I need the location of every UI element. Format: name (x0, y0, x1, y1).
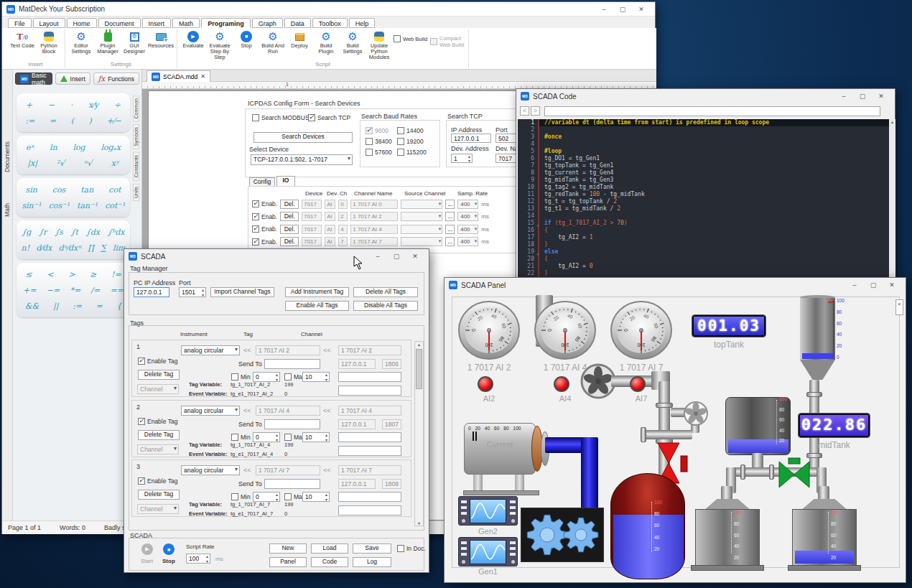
math-symbol[interactable]: eˣ (26, 143, 34, 152)
source-channel-combo[interactable] (401, 200, 442, 209)
instrument-combo[interactable]: analog circular (181, 465, 240, 475)
code-line[interactable]: 6 tg_DO1 = tg_Gen1 (518, 155, 889, 162)
channel-name-field[interactable]: 1 7017 AI 4 (350, 225, 398, 234)
channel-name-field[interactable]: 1 7017 AI 2 (350, 212, 398, 221)
min-spinner[interactable]: 0 (253, 492, 280, 502)
baud-115200-checkbox[interactable]: 115200 (397, 149, 427, 156)
row-ip-field[interactable]: 127.0.0.1 (338, 479, 376, 489)
row-port-field[interactable]: 1806 (382, 359, 401, 369)
text-code-button[interactable]: T/0Text Code (10, 29, 34, 49)
sidebar-tab-documents[interactable]: Documents (4, 141, 11, 172)
main-titlebar[interactable]: MD MatDeck Your Subscription – ▢ ✕ (2, 2, 655, 17)
deploy-button[interactable]: Deploy (287, 29, 312, 49)
math-symbol[interactable]: += (23, 286, 36, 295)
code-line[interactable]: 3 #once (518, 134, 889, 141)
device-field[interactable]: 7017 (302, 225, 322, 234)
enable-tag-checkbox[interactable]: Enable Tag (138, 477, 177, 485)
ch-type-field[interactable]: AI (325, 225, 335, 234)
math-symbol[interactable]: ( (71, 116, 74, 126)
math-symbol[interactable]: != (111, 270, 121, 279)
enab-checkbox[interactable]: Enab. (252, 238, 277, 246)
browse-button[interactable]: ... (445, 212, 455, 221)
channel-combo[interactable]: Channel (137, 504, 179, 514)
code-line[interactable]: 8 tg_current = tg_Gen4 (518, 169, 889, 177)
select-device-combo[interactable]: TCP-127.0.0.1:502, 1-7017 (251, 154, 353, 165)
ch-type-field[interactable]: AI (325, 237, 335, 246)
tab-basic-math[interactable]: MDBasic math (15, 73, 52, 85)
channel-combo[interactable]: Channel (137, 444, 179, 454)
channel-name-field[interactable]: 1 7017 AI 0 (350, 200, 398, 209)
ribbon-tab-file[interactable]: File (8, 18, 32, 28)
build-and-run-button[interactable]: ⚙Build And Run (261, 29, 285, 55)
ch-num-field[interactable]: 7 (338, 237, 348, 246)
close-icon[interactable]: ✕ (632, 6, 651, 13)
tag-field[interactable]: 1 7017 AI 7 (256, 465, 320, 475)
minimize-icon[interactable]: – (595, 6, 613, 13)
maximize-icon[interactable]: ▢ (864, 281, 883, 289)
min-checkbox[interactable]: Min (231, 373, 251, 381)
minimize-icon[interactable]: – (368, 253, 387, 260)
min-checkbox[interactable]: Min (231, 434, 251, 441)
maximize-icon[interactable]: ▢ (387, 253, 406, 260)
math-side-tab-constants[interactable]: Constants (133, 152, 139, 181)
close-icon[interactable]: ✕ (872, 93, 890, 100)
build-settings-button[interactable]: ⚙Build Settings (340, 29, 365, 55)
channel-name-field[interactable]: 1 7017 AI 7 (350, 237, 398, 246)
nav-back-button[interactable]: < (520, 106, 529, 116)
math-symbol[interactable]: d⁄dx (36, 243, 52, 253)
new-button[interactable]: New (269, 543, 307, 554)
math-symbol[interactable]: ln (50, 143, 57, 152)
code-path-bar[interactable] (544, 106, 880, 116)
ribbon-tab-document[interactable]: Document (98, 18, 141, 28)
in-doc-checkbox[interactable]: In Doc. (397, 545, 426, 552)
math-symbol[interactable]: := (25, 116, 34, 126)
code-line[interactable]: 1 //variable dt (delta time from start) … (518, 119, 889, 126)
math-symbol[interactable]: −= (47, 286, 60, 295)
samp-rate-combo[interactable]: 400 (457, 212, 478, 221)
samp-rate-combo[interactable]: 400 (457, 237, 478, 246)
code-line[interactable]: 15◢ if (tg_1_7017_AI_2 > 70) (518, 220, 889, 227)
math-symbol[interactable]: n! (22, 243, 30, 253)
code-line[interactable]: 9 tg_midTank = tg_Gen3 (518, 177, 889, 184)
pc-ip-field[interactable]: 127.0.0.1 (134, 287, 169, 297)
tag-field[interactable]: 1 7017 AI 2 (256, 345, 320, 355)
math-symbol[interactable]: +⁄− (106, 116, 121, 126)
build-plugin-button[interactable]: ⚙Build Plugin (314, 29, 338, 55)
code-line[interactable]: 11 tg_redTank = 100 - tg_midTank (518, 191, 889, 198)
row-ip-field[interactable]: 127.0.0.1 (338, 359, 376, 369)
math-symbol[interactable]: > (68, 270, 75, 279)
code-line[interactable]: 12 tg_t = tg_topTank / 2 (518, 198, 889, 205)
math-symbol[interactable]: tan⁻¹ (77, 201, 97, 210)
maximize-icon[interactable]: ▢ (853, 93, 872, 100)
math-symbol[interactable]: cos⁻¹ (49, 201, 70, 210)
tags-scrollbar[interactable]: ▴▾ (414, 341, 424, 526)
math-symbol[interactable]: ∫r (39, 228, 47, 237)
code-button[interactable]: Code (311, 557, 348, 567)
channel-field[interactable]: 1 7017 AI 7 (338, 465, 401, 475)
math-symbol[interactable]: ∫t (71, 228, 78, 237)
del-button[interactable]: Del. (280, 212, 299, 221)
enable-tag-checkbox[interactable]: Enable Tag (138, 418, 177, 425)
source-channel-combo[interactable] (401, 237, 442, 246)
extra-field-2[interactable] (338, 386, 401, 396)
samp-rate-combo[interactable]: 400 (457, 200, 478, 209)
enable-all-tags-button[interactable]: Enable All Tags (285, 301, 349, 311)
math-symbol[interactable]: dⁿ⁄dxⁿ (58, 243, 81, 253)
math-symbol[interactable]: x⁄y (88, 101, 98, 110)
channel-field[interactable]: 1 7017 AI 4 (338, 406, 401, 416)
enab-checkbox[interactable]: Enab. (252, 213, 277, 220)
ribbon-tab-home[interactable]: Home (67, 18, 97, 28)
baud-38400-checkbox[interactable]: 38400 (366, 138, 392, 145)
extra-field-1[interactable] (338, 372, 401, 382)
math-symbol[interactable]: sin (26, 185, 37, 195)
extra-field-2[interactable] (338, 505, 401, 515)
ribbon-tab-graph[interactable]: Graph (252, 18, 283, 28)
editor-settings-button[interactable]: ⚙Editor Settings (69, 29, 93, 55)
min-checkbox[interactable]: Min (231, 493, 251, 500)
close-icon[interactable]: ✕ (883, 281, 901, 289)
browse-button[interactable]: ... (445, 200, 455, 209)
ribbon-tab-toolbox[interactable]: Toolbox (312, 18, 348, 28)
math-symbol[interactable]: *= (70, 286, 80, 295)
ribbon-tab-data[interactable]: Data (284, 18, 311, 28)
code-line[interactable]: 2 (518, 126, 889, 134)
